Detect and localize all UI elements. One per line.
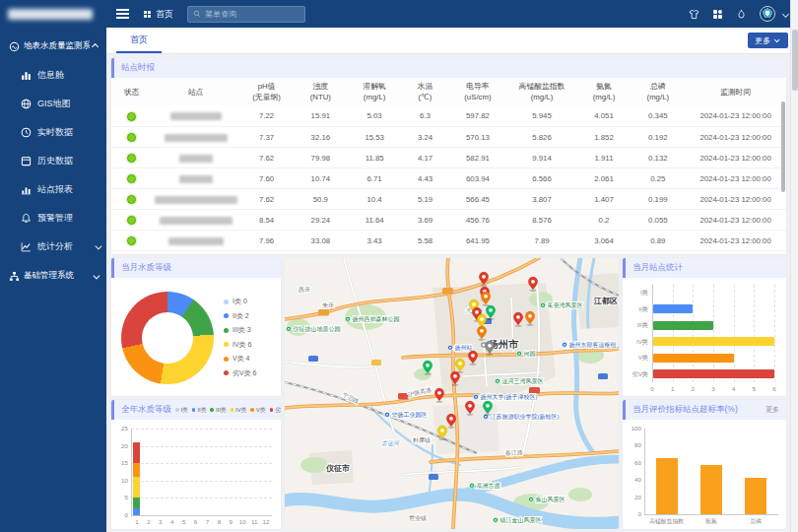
- value-cell: 33.08: [294, 231, 348, 251]
- tab-home[interactable]: 首页: [116, 28, 162, 53]
- chevron-down-icon: [95, 243, 100, 249]
- map-poi[interactable]: 华扬工业园区: [384, 411, 427, 419]
- monthly-level-title: 当月水质等级: [121, 262, 171, 274]
- bottom-row: 当月水质等级 I类 0II类 2III类 3IV类 6V类 4劣V类 6 全年水…: [111, 258, 786, 529]
- map-poi[interactable]: 江苏旅游职业学院(新校区): [483, 413, 559, 421]
- nav-home-link[interactable]: 首页: [143, 8, 173, 21]
- legend-item[interactable]: IV类 6: [224, 340, 257, 350]
- legend-dot: [224, 328, 229, 333]
- sidebar-item[interactable]: 实时数据: [0, 118, 106, 147]
- legend-item[interactable]: 劣V类 6: [224, 368, 257, 378]
- legend-label: I类 0: [233, 297, 247, 306]
- dashboard-icon: [21, 70, 32, 81]
- map-poi[interactable]: 镇江金山风景区: [493, 516, 541, 523]
- legend-dot: [192, 408, 196, 412]
- search-input[interactable]: [205, 10, 299, 19]
- sidebar-item[interactable]: 信息舱: [0, 61, 106, 90]
- page-scrollbar[interactable]: [790, 0, 798, 532]
- x-tick-label: 7: [201, 518, 213, 525]
- legend-item[interactable]: I类: [175, 406, 188, 415]
- legend-item[interactable]: I类 0: [224, 297, 257, 306]
- legend-item[interactable]: IV类: [231, 406, 247, 415]
- exceed-rate-panel: 当月评价指标站点超标率(%) 更多 020406080100高锰酸盐指数氨氮总磷: [623, 400, 786, 529]
- sidebar-item[interactable]: 历史数据: [0, 147, 106, 175]
- status-dot: [127, 133, 136, 142]
- x-tick-label: 0: [648, 385, 656, 392]
- column-header: pH值(无量纲): [239, 78, 294, 106]
- sidebar-item[interactable]: 预警管理: [0, 204, 106, 233]
- theme-shirt-icon[interactable]: [689, 9, 699, 20]
- menu-search[interactable]: [187, 6, 305, 23]
- poi-label: 镇江金山风景区: [499, 516, 542, 523]
- sidebar-item[interactable]: 统计分析: [0, 233, 106, 261]
- map-poi[interactable]: 扬州东部客运枢纽: [562, 341, 616, 349]
- sidebar-group[interactable]: 地表水质量监测系统: [0, 32, 106, 61]
- more-button[interactable]: 更多: [748, 33, 788, 48]
- map-poi[interactable]: 仪征捺山地质公园: [286, 325, 340, 333]
- legend-label: II类 2: [233, 311, 249, 321]
- station-table-body: 7.2215.915.036.3597.825.9454.0510.345202…: [111, 106, 786, 251]
- legend-item[interactable]: V类 4: [224, 354, 257, 364]
- value-cell: 641.95: [448, 231, 506, 251]
- status-dot: [127, 112, 136, 121]
- page-scrollbar-thumb[interactable]: [792, 30, 798, 91]
- value-cell: 1.911: [577, 148, 632, 168]
- table-scrollbar[interactable]: [781, 101, 785, 192]
- y-tick-label: 80: [634, 441, 641, 448]
- legend-item[interactable]: III类: [210, 406, 226, 415]
- table-row: 7.9633.083.435.58641.957.893.0640.892024…: [111, 231, 786, 251]
- exceed-rate-title: 当月评价指标站点超标率(%): [632, 404, 738, 416]
- sidebar-item[interactable]: 站点报表: [0, 175, 106, 204]
- table-row: 7.6250.910.45.19566.453.8071.4070.199202…: [111, 189, 786, 210]
- flame-icon[interactable]: [736, 9, 747, 20]
- yearly-level-title: 全年水质等级: [121, 404, 171, 416]
- user-avatar[interactable]: [760, 6, 775, 22]
- town-label: 朱庄: [322, 301, 334, 308]
- station-cell: [152, 127, 239, 148]
- map-poi[interactable]: 茱萸湾风景区: [540, 301, 582, 309]
- sidebar-item[interactable]: GIS地图: [0, 90, 106, 118]
- poi-label: 茱萸湾风景区: [548, 301, 583, 309]
- value-cell: 0.132: [631, 148, 685, 168]
- legend-item[interactable]: II类: [192, 406, 207, 415]
- map-poi[interactable]: 扬州大学(扬子津校区): [473, 393, 537, 401]
- top-navbar: 首页: [106, 0, 798, 28]
- column-header: 水温(℃): [402, 78, 449, 106]
- map-poi[interactable]: 扬州西郊森林公园: [345, 316, 399, 323]
- value-cell: 5.19: [402, 189, 449, 210]
- layout-grid-icon[interactable]: [712, 9, 723, 20]
- column-header: 溶解氧(mg/L): [348, 78, 402, 106]
- legend-dot: [175, 408, 179, 412]
- poi-label: 江苏旅游职业学院(新校区): [491, 413, 560, 421]
- value-cell: 7.62: [239, 148, 294, 168]
- stacked-bar-segment: [133, 477, 140, 498]
- legend-dot: [224, 370, 229, 375]
- city-label: 仪征市: [325, 463, 350, 473]
- legend-label: V类: [256, 406, 266, 415]
- exceed-more-link[interactable]: 更多: [765, 405, 779, 415]
- poi-label: 扬州东部客运枢纽: [569, 341, 617, 349]
- menu-collapse-icon[interactable]: [116, 9, 129, 19]
- value-cell: 79.98: [294, 148, 348, 168]
- poi-label: 扬州站: [455, 345, 473, 352]
- legend-item[interactable]: II类 2: [224, 311, 257, 321]
- value-cell: 6.566: [506, 168, 576, 189]
- map-poi[interactable]: 运河三湾风景区: [495, 377, 543, 385]
- station-name-redacted: [168, 237, 224, 245]
- value-cell: 32.16: [294, 127, 348, 148]
- hbar: [653, 337, 774, 346]
- sidebar-item-label: 统计分析: [37, 240, 90, 253]
- value-cell: 7.22: [239, 106, 294, 127]
- map-panel[interactable]: 古运河大运河沪陕高速宁启线春江路西庄朱庄朴席镇世业镇仪征捺山地质公园扬州西郊森林…: [285, 258, 619, 529]
- yearly-level-panel: 全年水质等级 I类II类III类IV类V类劣V类 051015202512345…: [111, 400, 281, 529]
- legend-item[interactable]: III类 3: [224, 325, 257, 335]
- legend-label: 劣V类 6: [233, 368, 257, 378]
- legend-item[interactable]: V类: [250, 406, 265, 415]
- legend-item[interactable]: 劣V类: [270, 406, 281, 415]
- legend-label: IV类: [235, 406, 246, 415]
- user-menu-chevron-icon[interactable]: [782, 10, 789, 17]
- donut-chart: [121, 292, 214, 384]
- sidebar-group[interactable]: 基础管理系统: [0, 261, 106, 291]
- globe-icon: [21, 99, 32, 109]
- app-logo: [0, 0, 106, 28]
